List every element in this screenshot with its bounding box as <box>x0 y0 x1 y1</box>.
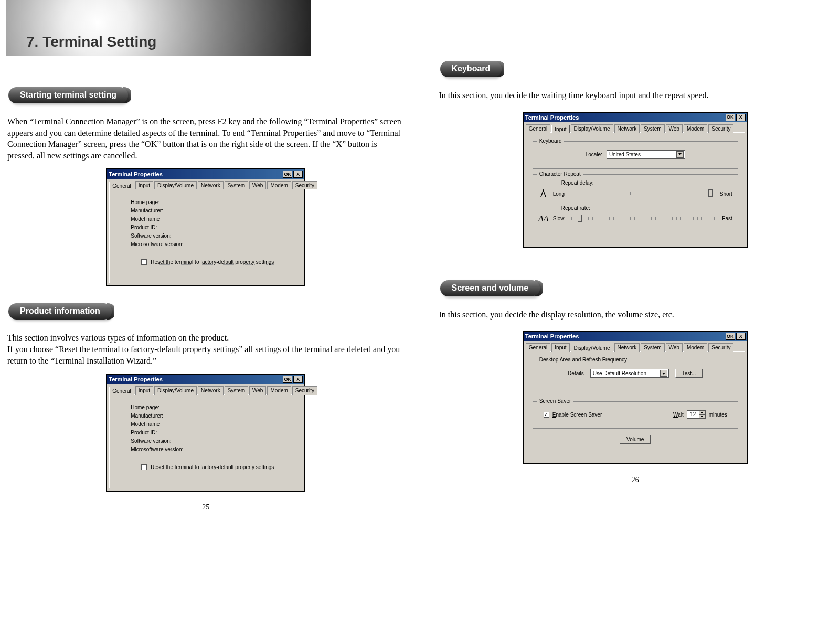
reset-label: Reset the terminal to factory-default pr… <box>150 464 274 471</box>
tab-web[interactable]: Web <box>249 181 266 189</box>
dialog-title: Terminal Properties <box>109 171 163 177</box>
ok-button[interactable]: OK <box>726 114 735 121</box>
reset-checkbox[interactable] <box>141 259 147 265</box>
tab-security[interactable]: Security <box>292 181 317 189</box>
tab-security[interactable]: Security <box>708 124 733 133</box>
wait-label: Wait <box>673 412 684 418</box>
prop-model-name: Model name <box>131 216 295 222</box>
wait-spinner[interactable]: 12 <box>687 410 706 419</box>
dialog-tabs: General Input Display/Volume Network Sys… <box>107 179 304 189</box>
tab-display-volume[interactable]: Display/Volume <box>154 181 197 189</box>
terminal-properties-dialog-display: Terminal Properties OK X General Input D… <box>523 331 748 464</box>
group-character-repeat: Character Repeat Repeat delay: Ǎ Long Sh… <box>533 174 738 233</box>
tab-modem[interactable]: Modem <box>684 343 707 352</box>
tab-system[interactable]: System <box>225 181 248 189</box>
slow-label: Slow <box>553 216 565 221</box>
details-label: Details <box>568 370 584 376</box>
terminal-properties-dialog-general-1: Terminal Properties OK X General Input D… <box>106 168 305 286</box>
tab-general[interactable]: General <box>109 387 134 395</box>
tab-modem[interactable]: Modem <box>684 124 707 133</box>
reset-checkbox[interactable] <box>141 464 147 470</box>
tab-network[interactable]: Network <box>198 181 224 189</box>
prop-model-name: Model name <box>131 421 295 427</box>
tab-modem[interactable]: Modem <box>267 181 291 189</box>
tab-display-volume[interactable]: Display/Volume <box>571 344 613 352</box>
prop-product-id: Product ID: <box>131 225 295 230</box>
prop-microsoftware-version: Microsoftware version: <box>131 241 295 247</box>
locale-value: United States <box>609 152 641 157</box>
short-label: Short <box>720 191 732 197</box>
tab-general[interactable]: General <box>526 343 551 352</box>
ok-button[interactable]: OK <box>726 333 735 340</box>
dialog-title: Terminal Properties <box>525 114 579 121</box>
tab-input[interactable]: Input <box>551 125 569 133</box>
tab-display-volume[interactable]: Display/Volume <box>571 124 613 133</box>
page-number-right: 26 <box>438 476 833 484</box>
dialog-tabs: General Input Display/Volume Network Sys… <box>107 384 304 394</box>
group-keyboard: Keyboard Locale: United States <box>533 141 738 169</box>
fast-label: Fast <box>722 216 732 221</box>
enable-screensaver-label: Enable Screen Saver <box>552 412 602 418</box>
terminal-properties-dialog-general-2: Terminal Properties OK X General Input D… <box>106 374 305 492</box>
chapter-title: 7. Terminal Setting <box>26 34 156 50</box>
reset-label: Reset the terminal to factory-default pr… <box>150 259 274 265</box>
wait-value: 12 <box>687 411 699 418</box>
tab-web[interactable]: Web <box>666 343 683 352</box>
tab-general[interactable]: General <box>109 182 134 190</box>
tab-system[interactable]: System <box>225 386 248 395</box>
ok-button[interactable]: OK <box>283 171 292 178</box>
tab-web[interactable]: Web <box>666 124 683 133</box>
enable-screensaver-checkbox[interactable]: ✓ <box>544 412 549 418</box>
ok-button[interactable]: OK <box>283 376 292 383</box>
prop-microsoftware-version: Microsoftware version: <box>131 446 295 452</box>
locale-label: Locale: <box>586 152 602 157</box>
property-list: Home page: Manufacturer: Model name Prod… <box>131 405 295 452</box>
repeat-delay-icon: Ǎ <box>538 189 549 199</box>
tab-network[interactable]: Network <box>614 124 640 133</box>
group-desktop-area: Desktop Area and Refresh Frequency Detai… <box>533 360 738 396</box>
tab-input[interactable]: Input <box>135 181 153 189</box>
tab-input[interactable]: Input <box>551 343 569 352</box>
tab-input[interactable]: Input <box>135 386 153 395</box>
group-keyboard-legend: Keyboard <box>537 138 564 144</box>
tab-system[interactable]: System <box>641 124 664 133</box>
tab-network[interactable]: Network <box>198 386 224 395</box>
test-button[interactable]: Test... <box>675 369 703 378</box>
repeat-rate-slider[interactable] <box>571 217 715 220</box>
prop-home-page: Home page: <box>131 199 295 205</box>
prop-home-page: Home page: <box>131 405 295 410</box>
section-heading-starting: Starting terminal setting <box>8 87 128 103</box>
tab-display-volume[interactable]: Display/Volume <box>154 386 197 395</box>
close-button[interactable]: X <box>736 114 746 121</box>
dialog-title: Terminal Properties <box>525 333 579 339</box>
close-button[interactable]: X <box>293 171 303 178</box>
section-heading-screen-volume: Screen and volume <box>440 280 540 296</box>
group-screen-saver: Screen Saver ✓ Enable Screen Saver Wait … <box>533 401 738 429</box>
dialog-tabs: General Input Display/Volume Network Sys… <box>524 122 747 132</box>
tab-network[interactable]: Network <box>614 343 640 352</box>
locale-select[interactable]: United States <box>607 150 685 159</box>
spinner-down-icon[interactable] <box>699 414 705 419</box>
tab-modem[interactable]: Modem <box>267 386 291 395</box>
long-label: Long <box>553 191 565 197</box>
chapter-header: 7. Terminal Setting <box>6 0 311 56</box>
resolution-select[interactable]: Use Default Resolution <box>590 369 669 378</box>
tab-general[interactable]: General <box>526 124 551 133</box>
close-button[interactable]: X <box>736 333 746 340</box>
repeat-delay-slider[interactable] <box>572 192 713 195</box>
prop-manufacturer: Manufacturer: <box>131 413 295 419</box>
tab-security[interactable]: Security <box>708 343 733 352</box>
tab-web[interactable]: Web <box>249 386 266 395</box>
prop-manufacturer: Manufacturer: <box>131 208 295 214</box>
prop-product-id: Product ID: <box>131 430 295 435</box>
terminal-properties-dialog-input: Terminal Properties OK X General Input D… <box>523 112 748 248</box>
repeat-rate-label: Repeat rate: <box>561 205 732 211</box>
repeat-rate-icon: AA <box>538 214 549 224</box>
prop-software-version: Software version: <box>131 233 295 239</box>
close-button[interactable]: X <box>293 376 303 383</box>
tab-security[interactable]: Security <box>292 386 317 395</box>
tab-system[interactable]: System <box>641 343 664 352</box>
volume-button[interactable]: Volume <box>620 435 651 444</box>
prop-software-version: Software version: <box>131 438 295 444</box>
section-body-product-info: This section involves various types of i… <box>7 332 405 366</box>
